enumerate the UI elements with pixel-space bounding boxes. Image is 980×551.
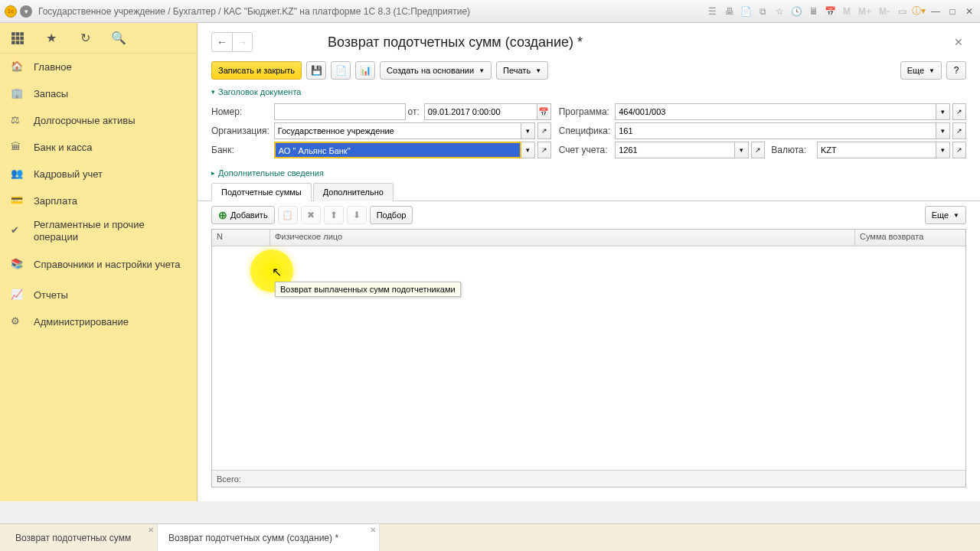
tb-icon-2[interactable]: 🖶 xyxy=(724,5,736,18)
m-plus-button[interactable]: M+ xyxy=(857,6,873,17)
money-icon: 💳 xyxy=(11,194,24,208)
nav-back-button[interactable]: ← xyxy=(212,33,232,51)
tab-additional[interactable]: Дополнительно xyxy=(313,183,394,201)
tab-close-icon[interactable]: ✕ xyxy=(370,526,376,534)
bottom-tab-2[interactable]: Возврат подотчетных сумм (создание) *✕ xyxy=(158,524,380,551)
spec-label: Специфика: xyxy=(551,122,616,139)
table-footer: Всего: xyxy=(212,470,965,487)
col-person[interactable]: Физическое лицо xyxy=(270,230,855,246)
account-input[interactable]: 1261▾↗ xyxy=(615,142,765,158)
move-up-button[interactable]: ⬆ xyxy=(324,206,344,224)
calendar-icon[interactable]: 📅 xyxy=(825,5,837,18)
star-icon[interactable]: ☆ xyxy=(774,5,786,18)
bank-input[interactable]: АО " Альянс Банк"▾↗ xyxy=(274,142,551,158)
sidebar-item-salary[interactable]: 💳Зарплата xyxy=(0,187,197,214)
document-form: Номер: от: 📅 Программа: 464/001/003▾↗ Ор… xyxy=(198,99,980,165)
sidebar-item-operations[interactable]: ✔Регламентные и прочие операции xyxy=(0,214,197,248)
delete-row-button[interactable]: ✖ xyxy=(301,206,321,224)
create-based-button[interactable]: Создать на основании▼ xyxy=(380,61,492,80)
tb-icon-1[interactable]: ☰ xyxy=(707,5,719,18)
svg-rect-4 xyxy=(16,36,20,40)
open-ref-icon[interactable]: ↗ xyxy=(952,103,966,120)
calendar-picker-icon[interactable]: 📅 xyxy=(537,103,551,120)
add-row-button[interactable]: ⊕Добавить xyxy=(211,206,275,224)
clock-icon[interactable]: 🕓 xyxy=(791,5,803,18)
warehouse-icon: 🏢 xyxy=(11,87,24,101)
currency-label: Валюта: xyxy=(771,145,811,155)
dropdown-icon[interactable]: ▾ xyxy=(521,142,535,158)
tab-sums[interactable]: Подотчетные суммы xyxy=(211,183,312,201)
dropdown-icon[interactable]: ▾ xyxy=(936,103,950,120)
copy-row-button[interactable]: 📋 xyxy=(278,206,298,224)
more-button[interactable]: Еще▼ xyxy=(900,61,942,80)
svg-rect-6 xyxy=(11,41,15,44)
dropdown-toggle-icon[interactable]: ▾ xyxy=(20,5,32,18)
table-toolbar: ⊕Добавить 📋 ✖ ⬆ ⬇ Подбор Еще▼ xyxy=(198,201,980,229)
search-nav-icon[interactable]: 🔍 xyxy=(112,31,126,45)
panel-icon[interactable]: ▭ xyxy=(896,5,908,18)
help-button[interactable]: ? xyxy=(946,61,966,80)
plus-icon: ⊕ xyxy=(218,209,227,221)
bottom-tab-1[interactable]: Возврат подотчетных сумм✕ xyxy=(5,524,158,551)
move-down-button[interactable]: ⬇ xyxy=(347,206,367,224)
org-input[interactable]: Государственное учреждение▾↗ xyxy=(274,122,551,139)
col-n[interactable]: N xyxy=(212,230,270,246)
table-more-button[interactable]: Еще▼ xyxy=(925,206,966,224)
save-button[interactable]: 💾 xyxy=(306,61,326,80)
sidebar-top: ★ ↻ 🔍 xyxy=(0,23,197,54)
save-and-close-button[interactable]: Записать и закрыть xyxy=(211,61,302,80)
program-input[interactable]: 464/001/003▾↗ xyxy=(615,103,966,120)
section-header-doc[interactable]: ▾Заголовок документа xyxy=(198,84,980,99)
dropdown-icon[interactable]: ▾ xyxy=(735,142,749,158)
spec-input[interactable]: 161▾↗ xyxy=(615,122,966,139)
sidebar-item-hr[interactable]: 👥Кадровый учет xyxy=(0,161,197,187)
page-close-button[interactable]: ✕ xyxy=(951,33,966,51)
dropdown-icon[interactable]: ▾ xyxy=(521,122,535,139)
col-sum[interactable]: Сумма возврата xyxy=(855,230,965,246)
m-minus-button[interactable]: M- xyxy=(877,6,891,17)
post-button[interactable]: 📄 xyxy=(331,61,351,80)
apps-grid-icon[interactable] xyxy=(11,31,24,45)
tb-icon-4[interactable]: ⧉ xyxy=(757,5,769,18)
m-button[interactable]: M xyxy=(841,6,852,17)
tb-icon-3[interactable]: 📄 xyxy=(740,5,753,18)
org-label: Организация: xyxy=(211,122,274,139)
maximize-button[interactable]: □ xyxy=(946,5,959,18)
app-logo-icon: 1c xyxy=(5,5,17,18)
dropdown-icon[interactable]: ▾ xyxy=(936,122,950,139)
calc-icon[interactable]: 🖩 xyxy=(808,5,820,18)
sidebar-item-references[interactable]: 📚Справочники и настройки учета xyxy=(0,248,197,282)
movements-button[interactable]: 📊 xyxy=(355,61,375,80)
date-input[interactable]: 📅 xyxy=(424,103,551,120)
open-ref-icon[interactable]: ↗ xyxy=(537,122,551,139)
table-body[interactable]: ↖ Возврат выплаченных сумм подотчетникам… xyxy=(212,246,965,470)
number-input[interactable] xyxy=(274,103,406,120)
sidebar-item-admin[interactable]: ⚙Администрирование xyxy=(0,308,197,335)
star-nav-icon[interactable]: ★ xyxy=(44,31,58,45)
tab-close-icon[interactable]: ✕ xyxy=(148,526,154,534)
sidebar-item-bank[interactable]: 🏛Банк и касса xyxy=(0,134,197,161)
people-icon: 👥 xyxy=(11,168,24,181)
open-ref-icon[interactable]: ↗ xyxy=(952,142,966,158)
page-title: Возврат подотчетных сумм (создание) * xyxy=(328,34,583,51)
open-ref-icon[interactable]: ↗ xyxy=(537,142,551,158)
open-ref-icon[interactable]: ↗ xyxy=(952,122,966,139)
close-button[interactable]: ✕ xyxy=(963,5,975,18)
pick-button[interactable]: Подбор xyxy=(370,206,413,224)
nav-forward-button[interactable]: → xyxy=(232,33,252,51)
minimize-button[interactable]: — xyxy=(929,5,942,18)
tooltip: Возврат выплаченных сумм подотчетниками xyxy=(275,282,461,297)
history-nav-icon[interactable]: ↻ xyxy=(78,31,92,45)
section-header-additional[interactable]: ▸Дополнительные сведения xyxy=(198,165,980,181)
sidebar-item-inventory[interactable]: 🏢Запасы xyxy=(0,80,197,107)
sidebar-item-reports[interactable]: 📈Отчеты xyxy=(0,282,197,308)
dropdown-icon[interactable]: ▾ xyxy=(936,142,950,158)
print-button[interactable]: Печать▼ xyxy=(496,61,548,80)
sidebar-item-longterm[interactable]: ⚖Долгосрочные активы xyxy=(0,107,197,134)
currency-input[interactable]: KZT▾↗ xyxy=(817,142,966,158)
main-toolbar: Записать и закрыть 💾 📄 📊 Создать на осно… xyxy=(198,57,980,84)
sidebar-item-main[interactable]: 🏠Главное xyxy=(0,54,197,80)
svg-rect-7 xyxy=(16,41,20,44)
open-ref-icon[interactable]: ↗ xyxy=(751,142,765,158)
info-icon[interactable]: ⓘ▾ xyxy=(913,5,925,18)
